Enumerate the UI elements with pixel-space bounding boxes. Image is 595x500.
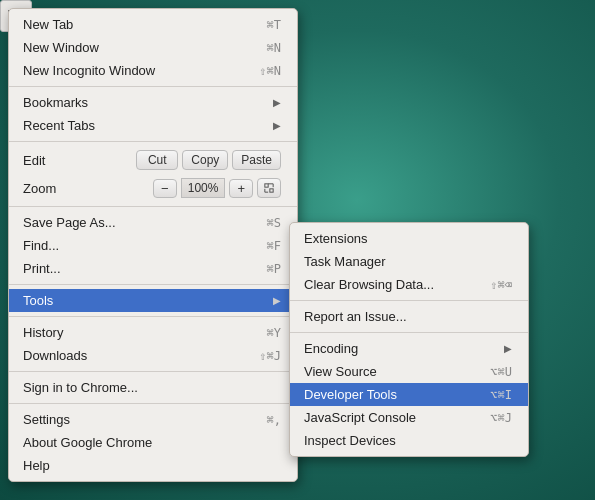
menu-item-new-window[interactable]: New Window ⌘N — [9, 36, 297, 59]
menu-item-print[interactable]: Print... ⌘P — [9, 257, 297, 280]
submenu-item-developer-tools[interactable]: Developer Tools ⌥⌘I — [290, 383, 528, 406]
submenu-item-task-manager[interactable]: Task Manager — [290, 250, 528, 273]
svg-rect-0 — [265, 184, 268, 187]
zoom-row: Zoom − 100% + — [9, 174, 297, 202]
submenu-item-encoding[interactable]: Encoding ▶ — [290, 337, 528, 360]
separator-5 — [9, 316, 297, 317]
tools-submenu: Extensions Task Manager Clear Browsing D… — [289, 222, 529, 457]
menu-item-downloads[interactable]: Downloads ⇧⌘J — [9, 344, 297, 367]
submenu-separator-1 — [290, 300, 528, 301]
menu-item-new-tab[interactable]: New Tab ⌘T — [9, 13, 297, 36]
submenu-item-javascript-console[interactable]: JavaScript Console ⌥⌘J — [290, 406, 528, 429]
menu-item-new-incognito[interactable]: New Incognito Window ⇧⌘N — [9, 59, 297, 82]
zoom-out-button[interactable]: − — [153, 179, 177, 198]
submenu-item-inspect-devices[interactable]: Inspect Devices — [290, 429, 528, 452]
submenu-separator-2 — [290, 332, 528, 333]
menu-item-settings[interactable]: Settings ⌘, — [9, 408, 297, 431]
fullscreen-icon — [264, 182, 274, 194]
menu-item-sign-in[interactable]: Sign in to Chrome... — [9, 376, 297, 399]
fullscreen-button[interactable] — [257, 178, 281, 198]
separator-6 — [9, 371, 297, 372]
menu-item-find[interactable]: Find... ⌘F — [9, 234, 297, 257]
edit-row: Edit Cut Copy Paste — [9, 146, 297, 174]
separator-1 — [9, 86, 297, 87]
menu-item-save-page-as[interactable]: Save Page As... ⌘S — [9, 211, 297, 234]
separator-3 — [9, 206, 297, 207]
menu-item-about[interactable]: About Google Chrome — [9, 431, 297, 454]
separator-2 — [9, 141, 297, 142]
menu-item-bookmarks[interactable]: Bookmarks ▶ — [9, 91, 297, 114]
submenu-item-extensions[interactable]: Extensions — [290, 227, 528, 250]
main-menu: New Tab ⌘T New Window ⌘N New Incognito W… — [8, 8, 298, 482]
copy-button[interactable]: Copy — [182, 150, 228, 170]
separator-7 — [9, 403, 297, 404]
submenu-item-report-issue[interactable]: Report an Issue... — [290, 305, 528, 328]
svg-rect-1 — [270, 189, 273, 192]
submenu-item-clear-browsing[interactable]: Clear Browsing Data... ⇧⌘⌫ — [290, 273, 528, 296]
menu-item-recent-tabs[interactable]: Recent Tabs ▶ — [9, 114, 297, 137]
cut-button[interactable]: Cut — [136, 150, 178, 170]
separator-4 — [9, 284, 297, 285]
menu-item-tools[interactable]: Tools ▶ — [9, 289, 297, 312]
zoom-in-button[interactable]: + — [229, 179, 253, 198]
zoom-level: 100% — [181, 178, 226, 198]
menu-item-history[interactable]: History ⌘Y — [9, 321, 297, 344]
paste-button[interactable]: Paste — [232, 150, 281, 170]
submenu-item-view-source[interactable]: View Source ⌥⌘U — [290, 360, 528, 383]
menu-item-help[interactable]: Help — [9, 454, 297, 477]
